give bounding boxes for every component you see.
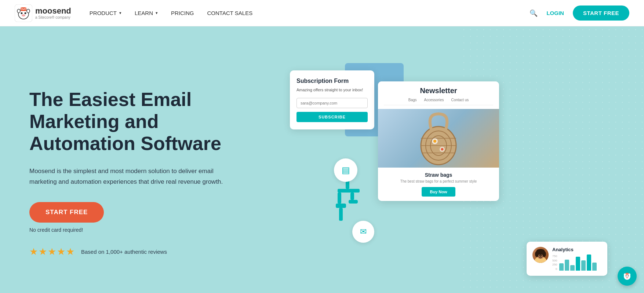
logo-icon (15, 4, 32, 22)
email-icon: ✉ (360, 227, 367, 237)
analytics-bar-0 (559, 263, 564, 271)
analytics-title: Analytics (552, 247, 601, 252)
start-free-nav-button[interactable]: START FREE (573, 6, 629, 21)
nav-contact-sales[interactable]: CONTACT SALES (207, 10, 253, 16)
hero-headline: The Easiest Email Marketing and Automati… (29, 89, 257, 154)
star-icons: ★★★★★ (29, 246, 75, 257)
svg-point-5 (17, 9, 20, 13)
flow-email-circle: ✉ (352, 221, 374, 243)
nav-learn[interactable]: LEARN (135, 10, 158, 16)
analytics-bar-2 (570, 265, 575, 271)
analytics-avatar (532, 247, 549, 263)
svg-point-28 (441, 148, 444, 151)
svg-point-44 (626, 277, 628, 278)
logo[interactable]: moosend a Sitecore® company (15, 4, 71, 22)
subscription-email-input[interactable] (296, 98, 368, 108)
svg-point-3 (25, 12, 26, 14)
svg-point-2 (21, 12, 23, 14)
y-label-0: 0 (552, 267, 557, 271)
navigation: moosend a Sitecore® company PRODUCT LEAR… (0, 0, 644, 26)
newsletter-nav-bags[interactable]: Bags (408, 98, 417, 102)
product-subtitle: The best straw bags for a perfect summer… (384, 179, 493, 183)
buy-now-button[interactable]: Buy Now (422, 187, 455, 197)
analytics-card: Analytics 750 500 250 0 (527, 242, 607, 276)
svg-point-4 (22, 14, 25, 17)
logo-name: moosend (35, 7, 71, 15)
flow-circle-form: ▤ (334, 158, 357, 182)
newsletter-product-info: Straw bags The best straw bags for a per… (378, 168, 499, 201)
svg-point-26 (433, 140, 436, 143)
subscription-form-card: Subscription Form Amazing offers straigh… (290, 70, 374, 129)
svg-rect-12 (338, 189, 360, 193)
hero-section: The Easiest Email Marketing and Automati… (0, 26, 644, 293)
chat-icon (622, 271, 632, 281)
y-label-500: 500 (552, 259, 557, 262)
svg-rect-16 (349, 200, 358, 204)
hero-illustration: Subscription Form Amazing offers straigh… (272, 48, 615, 293)
analytics-bar-6 (592, 263, 597, 271)
svg-rect-13 (338, 193, 341, 204)
svg-rect-14 (350, 193, 354, 200)
analytics-bar-1 (565, 260, 569, 271)
y-label-250: 250 (552, 263, 557, 266)
no-credit-label: No credit card required! (29, 227, 257, 233)
svg-point-37 (541, 255, 542, 256)
svg-point-6 (27, 9, 30, 13)
hero-left: The Easiest Email Marketing and Automati… (29, 89, 257, 257)
svg-rect-15 (336, 204, 346, 208)
svg-point-35 (541, 249, 545, 254)
analytics-bar-5 (587, 254, 591, 271)
newsletter-product-image (378, 109, 499, 168)
product-title: Straw bags (384, 172, 493, 178)
newsletter-nav-contact[interactable]: Contact us (451, 98, 469, 102)
hero-body: Moosend is the simplest and most modern … (29, 166, 235, 187)
analytics-bar-3 (576, 257, 580, 271)
search-icon[interactable]: 🔍 (530, 9, 538, 17)
svg-point-34 (536, 249, 540, 254)
nav-links: PRODUCT LEARN PRICING CONTACT SALES (90, 10, 530, 16)
form-icon: ▤ (342, 165, 350, 175)
stars-row: ★★★★★ Based on 1,000+ authentic reviews (29, 246, 257, 257)
subscription-form-subtitle: Amazing offers straight to your inbox! (296, 87, 368, 93)
analytics-bar-4 (581, 260, 586, 271)
subscribe-button[interactable]: SUBSCRIBE (296, 112, 368, 122)
nav-product[interactable]: PRODUCT (90, 10, 121, 16)
newsletter-nav-accessories[interactable]: Accessories (424, 98, 444, 102)
nav-pricing[interactable]: PRICING (171, 10, 194, 16)
newsletter-card: Newsletter Bags Accessories Contact us (378, 81, 499, 201)
nav-right: 🔍 LOGIN START FREE (530, 6, 629, 21)
subscription-form-title: Subscription Form (296, 78, 368, 84)
newsletter-nav: Bags Accessories Contact us (384, 98, 493, 105)
newsletter-title: Newsletter (384, 87, 493, 95)
y-label-750: 750 (552, 254, 557, 258)
review-text: Based on 1,000+ authentic reviews (81, 249, 167, 255)
login-link[interactable]: LOGIN (546, 10, 564, 16)
svg-rect-17 (339, 208, 343, 221)
analytics-y-labels: 750 500 250 0 (552, 254, 557, 271)
chat-bubble[interactable] (618, 267, 637, 286)
logo-sub: a Sitecore® company (35, 15, 71, 19)
svg-point-36 (539, 255, 540, 256)
analytics-bars (559, 254, 597, 271)
start-free-hero-button[interactable]: START FREE (29, 202, 104, 223)
analytics-content: Analytics 750 500 250 0 (552, 247, 601, 271)
